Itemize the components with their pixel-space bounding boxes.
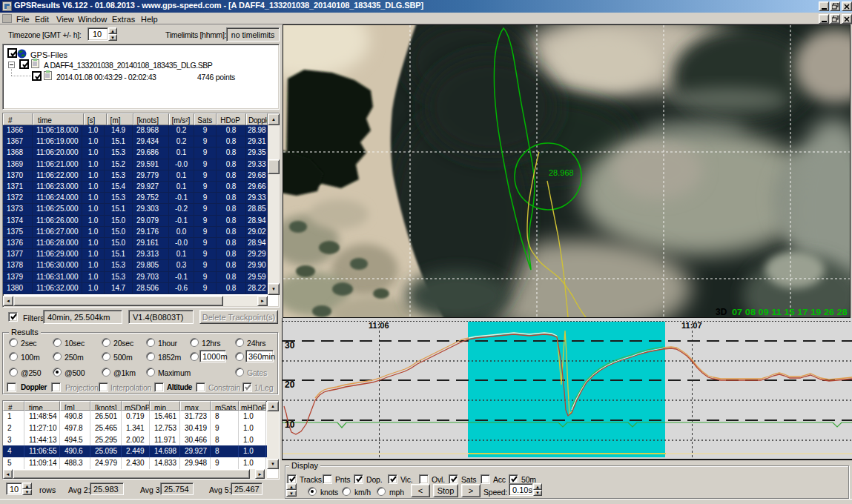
svg-text:07 08 09 11 15 17 19 26 28: 07 08 09 11 15 17 19 26 28 xyxy=(732,308,848,316)
svg-text:10: 10 xyxy=(285,420,295,430)
svg-text:30: 30 xyxy=(285,340,295,351)
svg-text:11:06: 11:06 xyxy=(369,321,389,330)
svg-text:20: 20 xyxy=(285,379,295,390)
svg-text:28.968: 28.968 xyxy=(549,168,574,177)
svg-text:11:07: 11:07 xyxy=(681,321,702,330)
svg-text:3D: 3D xyxy=(716,307,727,317)
